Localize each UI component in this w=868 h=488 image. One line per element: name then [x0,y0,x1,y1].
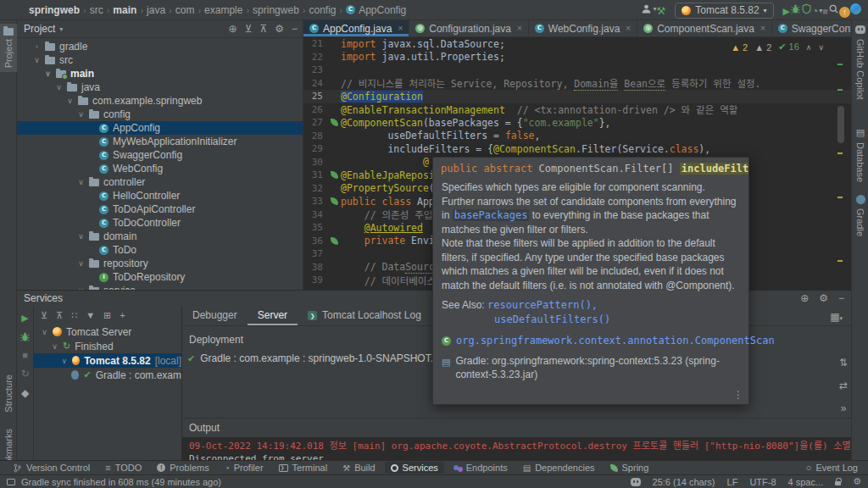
stripe-structure[interactable]: Structure [0,374,17,413]
breadcrumb-item[interactable]: main [113,4,136,16]
tool-button-version-control[interactable]: Version Control [7,462,96,474]
user-icon[interactable]: ▾ [641,3,656,14]
settings-icon[interactable]: ⚙ [275,23,284,35]
breadcrumb-item[interactable]: springweb [29,4,80,16]
breadcrumb-item[interactable]: src [90,4,103,16]
tree-item[interactable]: CMyWebApplicationInitializer [17,135,303,148]
tree-item[interactable]: ∨src [17,53,303,67]
chevron-icon[interactable]: ∨ [55,83,63,92]
line-number[interactable]: 29 [303,143,327,154]
tree-item[interactable]: CWebConfig [17,162,303,175]
settings-icon[interactable]: ⚙ [819,292,828,304]
stripe-github-copilot[interactable]: GitHub Copilot [852,25,868,100]
documentation-popup[interactable]: public abstract ComponentScan.Filter[] i… [432,157,749,405]
encoding-widget[interactable]: UTF-8 [749,477,776,487]
tree-item[interactable]: ›gradle [17,40,303,53]
line-number[interactable]: 39 [303,274,327,286]
rerun-icon[interactable]: ↻ [20,368,29,380]
tree-item[interactable]: CToDoController [17,216,303,230]
tree-item[interactable]: ∨service [17,284,303,290]
tree-item[interactable]: ∨java [17,80,303,94]
tree-item[interactable]: CToDo [17,243,303,257]
line-number[interactable]: 36 [303,236,327,247]
services-tree-item[interactable]: ✔Gradle : com.exam [34,368,181,382]
tree-item[interactable]: ∨main [17,67,303,80]
line-number[interactable]: 37 [303,248,327,259]
chevron-icon[interactable]: ∨ [44,69,52,78]
jump-forward-icon[interactable]: » [839,402,848,414]
stripe-gradle[interactable]: Gradle [852,195,868,236]
search-icon[interactable] [828,3,839,14]
services-diamond-icon[interactable]: ◆ [21,387,29,399]
line-number[interactable]: 21 [303,38,327,49]
profiler-icon[interactable]: ◔▾ [812,5,822,17]
lock-icon[interactable] [835,481,841,485]
gear-icon[interactable]: ⚙ [853,476,861,487]
line-number[interactable]: 38 [303,262,327,273]
tool-button-endpoints[interactable]: Endpoints [448,462,514,474]
add-deployment-icon[interactable]: ⊞ [103,310,111,321]
ide-gradient-icon[interactable] [850,3,861,14]
sync-horizontal-icon[interactable]: ⇄ [839,380,848,391]
editor-tab[interactable]: CWebConfig.java× [529,20,637,36]
editor-tab[interactable]: CAppConfig.java× [303,20,409,36]
update-icon[interactable]: ↑ [839,7,850,18]
line-number[interactable]: 26 [303,104,327,115]
editor-tab[interactable]: @ComponentScan.java× [637,20,772,36]
status-sync-message[interactable]: Gradle sync finished in 608 ms (49 minut… [7,477,221,487]
close-icon[interactable]: × [626,24,631,33]
line-number[interactable]: 33 [303,196,327,207]
copilot-status-icon[interactable] [631,478,641,486]
chevron-icon[interactable]: › [33,42,41,51]
chevron-icon[interactable]: ∨ [41,328,48,336]
tree-item[interactable]: CToDoApiController [17,202,303,216]
collapse-all-icon[interactable]: ⊼ [259,23,267,35]
prev-issue-icon[interactable]: ∧ [806,43,812,52]
editor-tab[interactable]: @Configuration.java× [409,20,529,36]
tree-item[interactable]: ∨repository [17,257,303,270]
close-icon[interactable]: × [398,24,403,33]
close-icon[interactable]: × [517,24,522,33]
tool-button-terminal[interactable]: ❯_Terminal [273,462,334,474]
layout-options-icon[interactable]: ▦▾ [830,311,843,323]
tool-button-dependencies[interactable]: ▤Dependencies [517,462,601,474]
stop-icon[interactable]: ■ [822,6,828,16]
locate-icon[interactable]: ⊕ [800,292,809,304]
hide-panel-icon[interactable]: − [838,292,844,304]
line-number[interactable]: 28 [303,130,327,141]
breadcrumb-item[interactable]: config [309,4,336,16]
locate-icon[interactable]: ⊕ [229,23,237,35]
tool-button-profiler[interactable]: ◔Profiler [219,462,270,474]
tree-item[interactable]: ∨domain [17,230,303,243]
filter-icon[interactable]: ▼ [86,310,95,320]
breadcrumb-item[interactable]: example [204,4,242,16]
line-number[interactable]: 31 [303,169,327,180]
collapse-all-icon[interactable]: ⊼ [56,310,63,321]
breadcrumb-item[interactable]: java [147,4,165,16]
tree-item[interactable]: CHelloController [17,189,303,202]
coverage-icon[interactable] [801,3,812,14]
line-number[interactable]: 32 [303,183,327,194]
line-ending-widget[interactable]: LF [727,477,738,487]
chevron-icon[interactable]: ∨ [77,232,85,241]
tree-item[interactable]: IToDoRepository [17,270,303,284]
stop-icon[interactable]: ■ [22,350,28,360]
tool-button-todo[interactable]: ≡TODO [99,462,147,474]
doc-link-usedefaultfilters[interactable]: useDefaultFilters() [494,313,610,325]
services-tab[interactable]: ❯Tomcat Localhost Log [298,306,431,325]
services-tree-item[interactable]: ∨Tomcat Server [34,324,181,339]
chevron-icon[interactable]: ∨ [77,110,85,119]
indent-widget[interactable]: 4 spac... [788,477,824,487]
line-number[interactable]: 24 [303,78,327,89]
chevron-icon[interactable]: ∨ [51,342,58,351]
tool-button-services[interactable]: Services [385,462,444,474]
editor-scrollbar[interactable] [837,106,844,143]
tool-button-problems[interactable]: !Problems [151,462,214,474]
line-number[interactable]: 34 [303,209,327,220]
project-panel-title[interactable]: Project ▾ [24,23,63,35]
event-log-button[interactable]: ○ Event Log [806,463,861,473]
next-issue-icon[interactable]: ∨ [818,43,824,52]
chevron-icon[interactable]: ∨ [77,178,85,186]
group-by-icon[interactable]: ∷ [71,310,77,321]
debug-icon[interactable] [790,3,801,14]
